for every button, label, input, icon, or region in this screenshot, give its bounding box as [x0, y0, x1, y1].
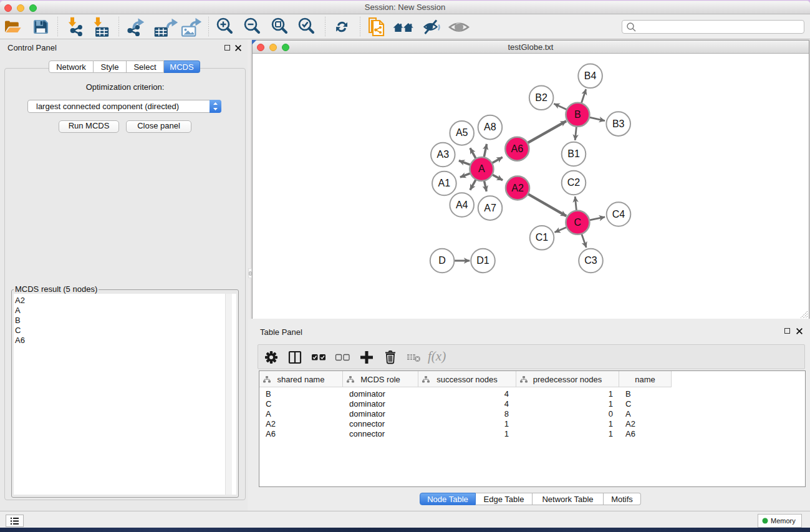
svg-text:A3: A3: [437, 149, 450, 160]
svg-text:A7: A7: [484, 203, 496, 213]
svg-text:A8: A8: [484, 122, 496, 132]
svg-text:D1: D1: [476, 255, 489, 266]
svg-text:A: A: [478, 163, 485, 174]
svg-text:C2: C2: [567, 177, 581, 188]
svg-text:B4: B4: [584, 70, 597, 81]
svg-text:B1: B1: [567, 148, 580, 159]
svg-text:C1: C1: [536, 232, 549, 243]
svg-text:A2: A2: [511, 183, 524, 193]
svg-text:C4: C4: [612, 209, 625, 220]
svg-text:C3: C3: [584, 255, 597, 266]
svg-text:A4: A4: [456, 200, 468, 210]
svg-text:B: B: [574, 109, 581, 120]
svg-text:A6: A6: [511, 143, 524, 154]
svg-text:B3: B3: [612, 118, 625, 129]
svg-text:B2: B2: [535, 92, 547, 103]
svg-text:A1: A1: [438, 178, 451, 188]
svg-text:A5: A5: [456, 127, 468, 138]
svg-text:C: C: [574, 217, 582, 228]
svg-text:D: D: [438, 255, 446, 266]
